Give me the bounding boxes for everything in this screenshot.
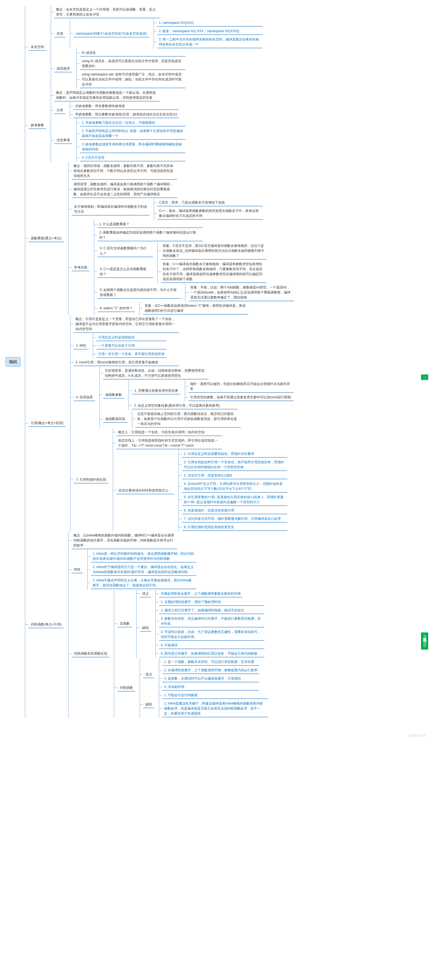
il-f2: 2. inline对于编译器而言只是一个建议，编译器会自动优化，如果定义为inl…	[91, 564, 196, 576]
il-id1: 1. 可能会引起代码膨胀	[162, 692, 268, 699]
node-overload[interactable]: 函数重载(重点+考点)	[29, 235, 64, 242]
il-md6: 6. 因为是已经展开，如果调用的位置比较多，可能会引体代码膨胀	[159, 650, 265, 657]
ns-impl-3: 3. 同一工程中允许存在相同名称的命名空间，编译器最后会将所有相同名称命名空间合…	[157, 36, 263, 48]
il-md5: 5. 不能调试	[159, 642, 265, 649]
ref-concept: 概念：引用不是新定义一个变量，而是给已存在变量取了一个别名，编译器不会为引用变量…	[74, 316, 179, 333]
ref-d0: 概念上：引用就是一个别名，与其实体共用同一块内存空间	[116, 429, 222, 436]
ref-r4: 4. 在sizeof中含义不同：引用结果为引用类型的大小，但指针始终是地址空间所…	[182, 480, 287, 493]
il-mp: 优点	[140, 590, 151, 598]
ref-fp1b: 引用类型的参数，如果不想通过形参改变实参时可以加const进行限制	[189, 394, 294, 401]
tag-reference-companies: 腾讯/京东	[421, 374, 428, 380]
il-ip1: 1. 是一个函数，参数具有类型，可以进行类型检测，安全性高	[162, 659, 259, 666]
il-macro[interactable]: 宏函数	[117, 620, 132, 627]
ref-f2: 一个变量可以有多个引用	[97, 342, 166, 350]
def-category[interactable]: 分类	[54, 107, 65, 114]
ref-r6: 6. 有多级指针，但是没有多级引用	[182, 507, 287, 514]
ref-f3: 引用一旦引用一个实体，再不能引用其他实体	[97, 351, 166, 358]
ref-use0: 为实现简单，普通的取别名，比如：结构体套结构体，想要使用里层结构体中成员，A.B…	[103, 367, 208, 379]
def-n4: 4. C语言不支持	[80, 154, 185, 161]
ns-impl-kw: namespace关键字+命名空间名字{命名空间成员}	[73, 30, 149, 37]
ref-dd: 区别主要体现在特性和使用形式上：	[116, 487, 174, 494]
tag-inline-companies: 腾讯/头条/CVTE/百度	[421, 632, 428, 650]
il-ip2: 2. 在编译阶段展开，少了函数调用开销，能够提高代码运行效率	[162, 667, 259, 674]
ol-q4: 4. C++底层是怎么支持函数重载的？	[98, 266, 153, 278]
def-cat2: 半缺省参数：部分参数有缺省值(注意：缺省值必须从右往左依次给出)	[73, 111, 179, 118]
def-notes[interactable]: 注意事项	[54, 137, 72, 144]
ns-mem3: using namespace std; 该种方式使用最广泛，优点：命名空间中成…	[80, 71, 185, 88]
ol-q5: 5. 如果两个函数仅仅是因为返回值不同，为什么不能形成重载？	[98, 286, 181, 299]
ol-faq[interactable]: 常考问题	[72, 264, 90, 271]
il-md2: 2. 编译之前已经展开了，如果编译时报错，错误不好定位	[159, 607, 265, 614]
il-ip: 优点	[143, 671, 154, 678]
node-namespace[interactable]: 命名空间	[29, 43, 46, 51]
il-ip3: 3. 是函数，在调试时可以不让编译器展开，方便调试	[162, 675, 259, 682]
ref-r3: 3. 没有空引用，但是有NULL指针	[182, 472, 287, 479]
ref-r5: 5. 有引用变量的++和--是直接给引用实体的值+1或者-1，而指针变量的++和…	[182, 494, 287, 506]
ol-q3: 3. C 语言支持函数重载吗？为什么？	[98, 245, 153, 257]
ref-r7: 7. 访问实体方式不同，指针需要显式解引用，引用编译器自己处理	[182, 515, 287, 523]
il-md: 缺陷	[140, 624, 151, 632]
ns-impl-1: 1. namespace N1{XXX}	[157, 19, 263, 27]
il-f3: 3. inline不建议声明和定义分离，分离会导致链接错误。因为inline被展…	[91, 577, 196, 589]
ref-diff[interactable]: 7. 引用和指针的区别	[74, 476, 108, 484]
ref-fp1a: 指针：虽然可以做到，但是比较麻烦而且可能会出现指针非法操作异常	[189, 380, 294, 393]
def-concept: 概念：是声明或定义函数时为函数的参数指定一个默认值。在调用该函数时，如果没有指定…	[54, 89, 160, 102]
ref-r8: 8. 引用比指针使用起来相对更安全	[182, 524, 287, 531]
node-default-params[interactable]: 缺省参数	[29, 122, 46, 129]
il-id2: 2. inline是建议性关键字，即建议编译器将inline修饰的函数按照内联函…	[162, 700, 268, 718]
il-diff[interactable]: 内联函数和宏函数区别	[72, 650, 109, 657]
ol-call: 调用原理：函数名相同，编译器如果只换调用那个函数？编译期间，编译器通过对实参类型…	[72, 181, 177, 198]
ref-d1: 底层实现上：引用就是按照指针的方式实现的，即引用在底层就是一个指针，T&--->…	[116, 437, 222, 449]
il-f1: 1. inline是一种以空间换时间的做法，省去调用函数额开销。所以代码很长或者…	[91, 550, 196, 563]
il-md4: 4. 可读性比较差，比如：为了保证参数的正确性，需要多加加括号，但仍可能会引起副…	[159, 628, 265, 641]
ol-q3a: 答案：C语言不支持，因为C语言编译器对函数名修饰规则：仅仅只是在函数名前加_这样…	[161, 242, 266, 259]
ol-q1: 1. 什么是函数重载？	[98, 221, 203, 228]
il-ip4: 4. 没有副作用	[162, 684, 259, 691]
ns-mem1: N::成员名	[80, 49, 185, 57]
ol-concept: 概念：相同作用域，函数名相同，参数列表不同。参数列表不同具体体现在参数类型不同，…	[72, 162, 177, 180]
ol-q4a: 答案：C++编译器对函数名字修饰规则：编译器将参数类型信息增加到名字中了，这样即…	[161, 261, 266, 283]
node-inline[interactable]: 内联函数(考点+引用)	[29, 621, 64, 628]
def-n3: 3. 缺省参数必须是常用和着全局变量，即在编译时要能够明确知道缺省值的内容	[80, 141, 185, 153]
ol-mangle-c: C语言：简单，只是在函数名字前增加下划线	[157, 199, 263, 206]
ol-mangle-cpp: C++：复杂，编译器将函数参数的类型放置在函数名字中，来保证函数在编译时名字在底…	[157, 207, 263, 220]
watermark: CSDN @-YIN	[409, 734, 425, 737]
il-inline-fn[interactable]: 内联函数	[117, 684, 135, 692]
ref-fp2: 2. 自定义类型对象传参(最好用引用，可以提高传参的效率)	[132, 402, 238, 409]
ref-f1: 引用在定义时必须初始化	[97, 334, 166, 341]
ref-fr1: 注意不能返回栈上空间的引用，因为函数结束后，栈空间已经被回收，如果用户在函数外以…	[136, 410, 241, 428]
ns-impl[interactable]: 实现	[54, 30, 65, 37]
ref-r1: 1. 引用在定义时必须要初始化，而指针没有要求	[182, 450, 287, 458]
il-md3: 3. 参数没有类型，而且编译时已经展开，不能进行参数类型检测，安全性低	[159, 615, 265, 627]
node-reference[interactable]: 引用(概念+考点+应用)	[29, 420, 66, 427]
il-id: 缺陷	[143, 701, 154, 708]
def-n2: 2. 不能再声明和定义时同时给出 原因：如果两个位置给的不同意编译器就不知道应该…	[80, 127, 185, 140]
ol-mangle: 名字修饰规则：即编译器在编译时对函数名字的改写方式	[72, 203, 149, 216]
il-md1: 1. 在预处理阶段展开，增加了预处理时间	[159, 598, 265, 606]
def-n1: 1. 半缺省参数只能从右往左一次给出，不能隔着给	[80, 119, 185, 126]
ref-feat[interactable]: 2. 特性	[74, 342, 89, 350]
ref-r2: 2. 引用在初始化时引用一个实体后，就不能再引用其他实体，而指针可以在任何时候指…	[182, 459, 287, 471]
ref-fp[interactable]: 做函数参数	[103, 391, 124, 399]
ns-mem2: using N::成员名，该成员可以直接在当前文件中使用，但是其他成员需要加N:…	[80, 58, 185, 70]
ref-fr[interactable]: 做函数返回值	[103, 415, 127, 423]
root-node[interactable]: 知识	[6, 357, 21, 367]
il-mp1: 在预处理阶段会展开，少了函数调用参数压栈等的开销	[159, 590, 242, 598]
ns-concept: 概念：命名空间是新定义一个作用域，里面可以放函数，变量，定义类等，主要用来防止命…	[54, 6, 160, 18]
ref-use[interactable]: 4. 应用场景	[74, 394, 95, 401]
il-feat[interactable]: 特性	[72, 566, 83, 573]
ol-q2: 2. 函数重载如何确定到底应该调用那个函数？编译期间还是运行期间？	[98, 229, 203, 241]
def-cat1: 全缺省参数：所有参数都有缺省值	[73, 103, 179, 110]
ns-impl-2: 2. 嵌套：namespace N1{ XXX；namespace N2{XXX…	[157, 28, 263, 35]
ol-q5a: 答案：不能，比如：两个Add函数，参数都是int类型，一个返回int，一个返回d…	[189, 284, 294, 301]
ns-member[interactable]: 成员使用	[54, 65, 72, 72]
ol-q6: 6. extern "C" 的作用？	[98, 305, 135, 312]
ref-const: 3. const引用：用const修饰的引用，该引用变量不能修改	[74, 359, 179, 366]
ref-fp1: 1. 想要通过形参改变外部实参	[132, 387, 180, 395]
il-concept: 概念：以inline修饰的函数叫做内联函数，编译时C++编译器会在调用内联函数的…	[72, 532, 177, 549]
ol-q6a: 答案：在C++函数前如果使用extern "C"修饰，表明告诉编译器，将该函数按…	[143, 302, 248, 315]
